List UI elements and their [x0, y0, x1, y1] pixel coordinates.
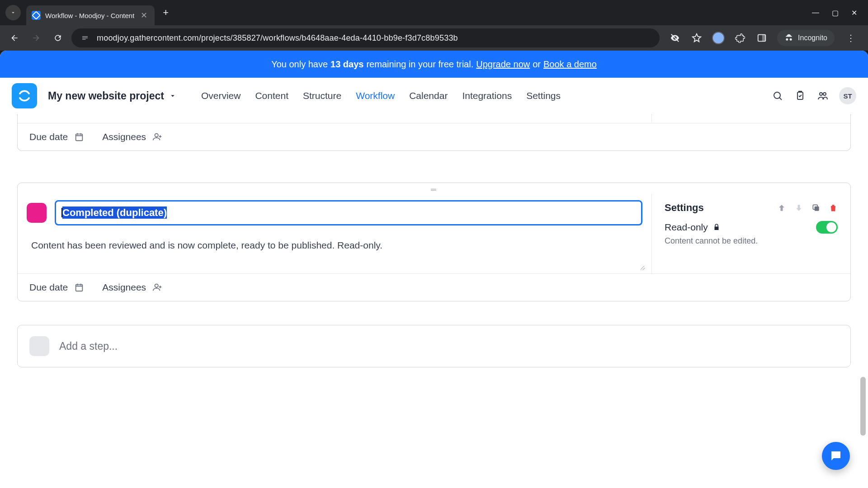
bookmark-star-icon[interactable] — [690, 32, 703, 44]
readonly-label: Read-only — [665, 222, 721, 233]
close-tab-icon[interactable]: ✕ — [139, 9, 149, 21]
workflow-step-card: ═ Completed (duplicate) Content has been… — [17, 183, 851, 301]
browser-toolbar: moodjoy.gathercontent.com/projects/38582… — [0, 25, 868, 51]
step-footer: Due date Assignees — [18, 123, 850, 150]
due-date-control[interactable]: Due date — [29, 282, 84, 293]
nav-workflow[interactable]: Workflow — [356, 90, 395, 101]
due-date-control[interactable]: Due date — [29, 131, 84, 142]
move-down-button[interactable] — [794, 203, 803, 212]
url-text: moodjoy.gathercontent.com/projects/38582… — [97, 33, 458, 43]
move-up-button[interactable] — [777, 203, 786, 212]
forward-button[interactable] — [28, 30, 44, 46]
window-controls: — ▢ ✕ — [812, 9, 868, 17]
add-step-label: Add a step... — [59, 340, 118, 352]
add-person-icon — [152, 132, 162, 142]
chevron-down-icon — [169, 92, 177, 100]
project-name: My new website project — [48, 90, 164, 102]
app-logo[interactable] — [12, 83, 37, 108]
add-step-swatch — [29, 336, 49, 356]
address-bar[interactable]: moodjoy.gathercontent.com/projects/38582… — [71, 28, 660, 47]
svg-rect-6 — [76, 134, 83, 141]
delete-button[interactable] — [829, 203, 838, 212]
add-person-icon — [152, 282, 162, 292]
calendar-icon — [74, 132, 84, 142]
duplicate-button[interactable] — [811, 203, 821, 212]
step-footer: Due date Assignees — [18, 273, 850, 301]
user-avatar[interactable]: ST — [839, 87, 856, 104]
clipboard-icon[interactable] — [794, 89, 807, 102]
nav-overview[interactable]: Overview — [201, 90, 241, 101]
app-header: My new website project Overview Content … — [0, 78, 868, 114]
people-icon[interactable] — [816, 89, 829, 102]
workflow-step-card-prev: Due date Assignees — [17, 114, 851, 151]
scrollbar-thumb[interactable] — [860, 377, 866, 436]
book-demo-link[interactable]: Book a demo — [543, 59, 597, 70]
lock-icon — [712, 223, 721, 231]
calendar-icon — [74, 282, 84, 292]
project-switcher[interactable]: My new website project — [48, 90, 177, 102]
nav-settings[interactable]: Settings — [526, 90, 561, 101]
scrollbar[interactable] — [859, 114, 867, 479]
step-color-swatch[interactable] — [27, 203, 47, 223]
site-info-icon[interactable] — [80, 33, 90, 43]
nav-content[interactable]: Content — [255, 90, 288, 101]
browser-tab-strip: Workflow - Moodjoy - Content ✕ + — ▢ ✕ — [0, 0, 868, 25]
tab-favicon — [32, 11, 41, 20]
svg-rect-1 — [762, 35, 765, 42]
maximize-icon[interactable]: ▢ — [832, 9, 839, 17]
workflow-editor: Due date Assignees ═ Completed (duplica — [0, 114, 868, 488]
banner-text-post: remaining in your free trial. — [366, 59, 473, 70]
reload-button[interactable] — [50, 30, 66, 46]
new-tab-button[interactable]: + — [155, 7, 177, 19]
search-tabs-button[interactable] — [5, 5, 21, 20]
chat-icon — [829, 449, 843, 463]
svg-point-11 — [155, 284, 158, 287]
svg-rect-8 — [815, 206, 819, 211]
svg-point-5 — [823, 93, 826, 95]
incognito-badge[interactable]: Incognito — [777, 30, 835, 46]
side-panel-icon[interactable] — [755, 32, 768, 44]
chat-fab[interactable] — [822, 442, 850, 470]
due-date-label: Due date — [29, 131, 68, 142]
assignees-label: Assignees — [102, 131, 146, 142]
nav-structure[interactable]: Structure — [303, 90, 341, 101]
readonly-toggle[interactable] — [816, 221, 838, 234]
browser-tab[interactable]: Workflow - Moodjoy - Content ✕ — [26, 5, 155, 25]
settings-title: Settings — [665, 202, 704, 214]
eye-off-icon[interactable] — [669, 32, 681, 44]
assignees-control[interactable]: Assignees — [102, 282, 162, 293]
svg-rect-10 — [76, 285, 83, 291]
step-settings-panel: Settings Read-only — [651, 194, 850, 273]
back-button[interactable] — [6, 30, 23, 46]
readonly-help-text: Content cannot be edited. — [665, 236, 838, 246]
main-nav: Overview Content Structure Workflow Cale… — [201, 90, 561, 101]
step-name-input[interactable]: Completed (duplicate) — [55, 200, 642, 225]
svg-point-4 — [820, 93, 822, 95]
browser-menu-icon[interactable]: ⋮ — [844, 33, 858, 43]
due-date-label: Due date — [29, 282, 68, 293]
banner-days: 13 days — [330, 59, 363, 70]
nav-integrations[interactable]: Integrations — [462, 90, 512, 101]
incognito-label: Incognito — [798, 34, 827, 42]
nav-calendar[interactable]: Calendar — [409, 90, 448, 101]
banner-or: or — [533, 59, 541, 70]
step-name-value: Completed (duplicate) — [62, 206, 167, 219]
add-step-card[interactable]: Add a step... — [17, 325, 851, 367]
banner-text-pre: You only have — [271, 59, 328, 70]
tab-title: Workflow - Moodjoy - Content — [45, 12, 134, 19]
svg-point-2 — [774, 92, 780, 99]
search-icon[interactable] — [771, 89, 784, 102]
profile-avatar[interactable] — [712, 32, 725, 44]
drag-handle-icon[interactable]: ═ — [18, 183, 850, 194]
resize-handle-icon[interactable] — [639, 263, 645, 269]
assignees-label: Assignees — [102, 282, 146, 293]
upgrade-link[interactable]: Upgrade now — [476, 59, 530, 70]
assignees-control[interactable]: Assignees — [102, 131, 162, 142]
trial-banner: You only have 13 days remaining in your … — [0, 51, 868, 78]
close-window-icon[interactable]: ✕ — [851, 9, 857, 17]
extensions-icon[interactable] — [734, 32, 746, 44]
step-description[interactable]: Content has been reviewed and is now com… — [18, 229, 651, 273]
minimize-icon[interactable]: — — [812, 9, 819, 17]
page-viewport: You only have 13 days remaining in your … — [0, 51, 868, 488]
svg-point-7 — [155, 134, 158, 137]
